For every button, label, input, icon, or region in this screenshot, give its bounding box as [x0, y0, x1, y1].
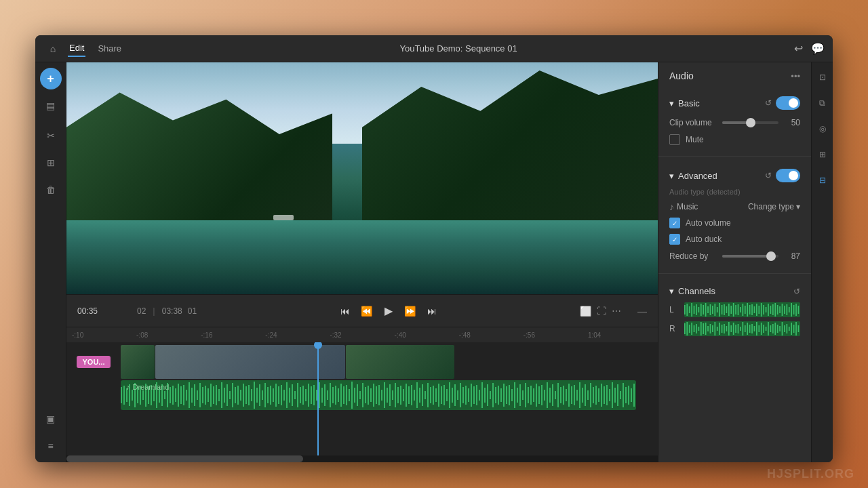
- fullscreen-icon[interactable]: ⬜: [580, 306, 591, 317]
- track-badge: YOU...: [77, 356, 110, 368]
- watermark: HJSPLIT.ORG: [767, 467, 854, 481]
- next-clip-button[interactable]: ⏭: [422, 302, 441, 321]
- nav-share[interactable]: Share: [96, 41, 123, 56]
- music-note-icon: ♪: [126, 383, 130, 391]
- advanced-section-header[interactable]: ▾ Advanced ↺: [669, 165, 800, 186]
- svg-rect-132: [479, 390, 480, 401]
- reduce-by-label: Reduce by: [669, 251, 717, 261]
- channels-section-header[interactable]: ▾ Channels ↺: [669, 282, 800, 300]
- svg-rect-237: [793, 305, 795, 314]
- svg-rect-250: [707, 326, 709, 331]
- svg-rect-142: [506, 386, 507, 404]
- play-button[interactable]: ▶: [379, 302, 398, 321]
- svg-rect-113: [427, 383, 429, 407]
- audio-tool-icon[interactable]: ⊟: [813, 171, 832, 190]
- scissors-icon[interactable]: ✂: [40, 125, 62, 146]
- channels-reset-icon[interactable]: ↺: [793, 287, 800, 296]
- svg-rect-76: [327, 390, 328, 400]
- transform-tool-icon[interactable]: ⧉: [813, 94, 832, 113]
- undo-icon[interactable]: ↩: [794, 42, 803, 55]
- trash-icon[interactable]: 🗑: [40, 179, 62, 201]
- clip-volume-slider[interactable]: [722, 121, 778, 124]
- export-icon[interactable]: ⛶: [597, 306, 606, 317]
- svg-rect-156: [544, 390, 545, 401]
- video-clip-2[interactable]: [155, 345, 345, 379]
- home-icon[interactable]: ⌂: [43, 39, 62, 58]
- advanced-reset-icon[interactable]: ↺: [765, 171, 772, 180]
- change-type-button[interactable]: Change type ▾: [748, 202, 800, 211]
- auto-duck-checkbox[interactable]: ✓: [669, 234, 680, 245]
- audio-clip[interactable]: ♪ Dreamland // Generate waveform bars: [121, 380, 636, 410]
- svg-rect-8: [142, 390, 144, 400]
- clip-volume-row: Clip volume 50: [669, 114, 800, 131]
- video-preview: [66, 62, 658, 294]
- svg-rect-53: [264, 383, 266, 407]
- svg-rect-68: [305, 389, 307, 401]
- svg-rect-207: [724, 304, 725, 315]
- video-track-content[interactable]: [121, 345, 658, 379]
- svg-rect-176: [598, 388, 599, 402]
- auto-volume-row: ✓ Auto volume: [669, 215, 800, 231]
- svg-rect-169: [579, 382, 580, 408]
- add-media-button[interactable]: +: [40, 68, 62, 89]
- svg-rect-288: [795, 322, 797, 336]
- basic-section-header[interactable]: ▾ Basic ↺: [669, 92, 800, 114]
- svg-rect-282: [782, 322, 783, 336]
- svg-rect-187: [628, 386, 629, 405]
- more-options-icon[interactable]: ⋯: [612, 306, 621, 317]
- svg-rect-123: [454, 384, 456, 406]
- svg-rect-254: [717, 327, 718, 331]
- svg-rect-216: [745, 306, 746, 314]
- svg-rect-79: [335, 386, 336, 405]
- audio-track-content[interactable]: ♪ Dreamland // Generate waveform bars: [121, 380, 658, 414]
- svg-rect-225: [766, 307, 767, 312]
- fast-forward-button[interactable]: ⏩: [401, 302, 420, 321]
- overlay-icon[interactable]: ⊞: [40, 152, 62, 174]
- playhead[interactable]: [317, 342, 319, 455]
- media-library-icon[interactable]: ▤: [40, 95, 62, 117]
- svg-rect-153: [536, 384, 537, 407]
- basic-toggle[interactable]: [776, 96, 800, 110]
- adjust-icon[interactable]: ▣: [40, 408, 62, 430]
- mute-checkbox[interactable]: [669, 134, 680, 145]
- rewind-button[interactable]: ⏪: [357, 302, 376, 321]
- svg-rect-48: [251, 389, 252, 401]
- timeline-zoom-icon[interactable]: —: [637, 306, 647, 317]
- list-icon[interactable]: ≡: [40, 435, 62, 457]
- overlay-tool-icon[interactable]: ⊞: [813, 145, 832, 164]
- svg-rect-167: [574, 385, 575, 405]
- basic-reset-icon[interactable]: ↺: [765, 98, 772, 108]
- svg-rect-244: [694, 325, 695, 332]
- video-clip-1[interactable]: [121, 345, 155, 379]
- svg-rect-99: [389, 384, 391, 406]
- svg-rect-174: [593, 387, 594, 403]
- scroll-thumb[interactable]: [66, 455, 303, 462]
- auto-volume-checkbox[interactable]: ✓: [669, 218, 680, 228]
- svg-rect-30: [202, 387, 203, 403]
- svg-rect-96: [381, 390, 382, 401]
- nav-edit[interactable]: Edit: [68, 40, 85, 57]
- video-clip-3[interactable]: [346, 345, 454, 379]
- reduce-by-slider[interactable]: [722, 255, 778, 258]
- svg-rect-178: [604, 386, 605, 404]
- ruler-mark-4: -:32: [330, 331, 394, 339]
- timeline-scrollbar[interactable]: [66, 455, 658, 462]
- comment-icon[interactable]: 💬: [811, 42, 825, 55]
- advanced-toggle[interactable]: [776, 169, 800, 182]
- clip-volume-thumb[interactable]: [746, 118, 755, 127]
- color-grading-icon[interactable]: ◎: [813, 119, 832, 138]
- svg-rect-84: [349, 389, 350, 401]
- ruler-mark-0: -:10: [72, 331, 136, 339]
- svg-rect-88: [359, 391, 361, 399]
- prev-clip-button[interactable]: ⏮: [336, 302, 355, 321]
- svg-rect-141: [503, 384, 505, 407]
- panel-info-icon[interactable]: •••: [791, 71, 800, 81]
- panel-header: Audio •••: [658, 62, 811, 87]
- svg-rect-144: [511, 389, 513, 401]
- svg-rect-117: [438, 384, 439, 407]
- audio-waveform: // Generate waveform bars: [121, 380, 636, 410]
- reduce-by-thumb[interactable]: [766, 251, 776, 261]
- crop-tool-icon[interactable]: ⊡: [813, 68, 832, 87]
- svg-rect-109: [416, 382, 418, 408]
- svg-rect-56: [273, 388, 274, 402]
